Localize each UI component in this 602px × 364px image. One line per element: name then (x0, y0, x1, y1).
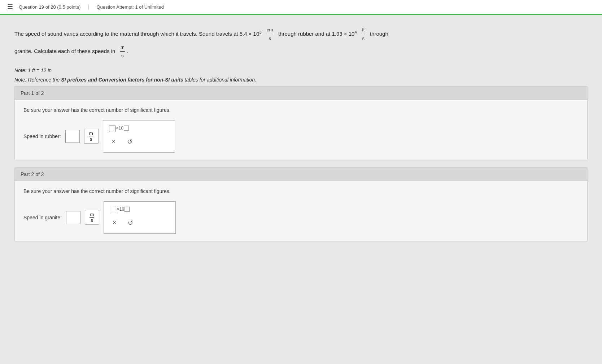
part1-mantissa-checkbox[interactable] (109, 126, 115, 132)
part1-sci-notation[interactable]: ×10 (109, 126, 129, 132)
part2-input-panel: ×10 × ↺ (104, 201, 176, 234)
part1-clear-button[interactable]: × (109, 136, 119, 147)
space1 (263, 31, 265, 37)
exp2: 4 (354, 30, 357, 34)
part1-action-buttons: × ↺ (109, 136, 169, 147)
part1-answer-row: Speed in rubber: m s (23, 120, 579, 153)
part1-unit-s: s (90, 136, 93, 142)
problem-intro: The speed of sound varies according to t… (14, 31, 259, 37)
part2-container: Part 2 of 2 Be sure your answer has the … (14, 167, 588, 241)
part1-input-top-row: ×10 (109, 126, 169, 132)
part2-answer-row: Speed in granite: m s (23, 201, 579, 234)
unit-s: s (121, 52, 124, 60)
attempt-info: Question Attempt: 1 of Unlimited (96, 4, 163, 10)
part2-x10-text: ×10 (117, 207, 124, 212)
space2 (275, 31, 277, 37)
top-bar: ☰ Question 19 of 20 (0.5 points) | Quest… (0, 0, 602, 15)
unit1-numerator: cm (266, 26, 273, 34)
part1-exp-box[interactable] (124, 126, 129, 131)
separator: | (88, 4, 89, 10)
problem-end: through (370, 31, 388, 37)
part2-action-buttons: × ↺ (110, 218, 170, 228)
part1-speed-label: Speed in rubber: (23, 133, 61, 139)
part1-x10-text: ×10 (116, 126, 123, 131)
question-info: Question 19 of 20 (0.5 points) (19, 4, 80, 10)
unit1-denominator: s (269, 34, 272, 43)
problem-mid: through rubber and at 1.93 × 10 (278, 31, 354, 37)
space4 (367, 31, 368, 37)
part1-unit-fraction: m s (84, 129, 99, 144)
problem-line2-pre: granite. Calculate each of these speeds … (14, 48, 115, 54)
part2-unit-fraction: m s (85, 210, 99, 225)
part2-x10-label: ×10 (117, 207, 130, 212)
hamburger-icon[interactable]: ☰ (7, 3, 13, 11)
part1-x10-label: ×10 (116, 126, 129, 131)
part2-unit-s: s (91, 218, 94, 223)
part1-unit-m: m (89, 131, 93, 136)
part2-unit-ms: m s (90, 212, 94, 223)
part1-unit-ms: m s (89, 131, 93, 142)
part1-input-panel: ×10 × ↺ (103, 120, 175, 153)
part2-exp-box[interactable] (125, 207, 130, 212)
part2-sig-fig-note: Be sure your answer has the correct numb… (23, 188, 579, 194)
unit1-fraction: cm s (266, 26, 273, 43)
part2-clear-button[interactable]: × (110, 218, 119, 228)
main-content: The speed of sound varies according to t… (0, 15, 602, 364)
note2: Note: Reference the SI prefixes and Conv… (14, 77, 588, 83)
part1-header: Part 1 of 2 (15, 87, 587, 100)
unit-m: m (120, 43, 125, 52)
part1-blank-input[interactable] (65, 130, 80, 143)
unit-m-s: m s (120, 43, 125, 60)
unit2-numerator: ft (362, 26, 365, 34)
note2-prefix: Note: Reference the (14, 77, 61, 83)
part2-body: Be sure your answer has the correct numb… (15, 181, 587, 241)
part2-unit-m: m (90, 212, 94, 218)
exp1: 3 (259, 30, 261, 34)
unit2-denominator: s (362, 34, 365, 43)
part2-blank-input[interactable] (66, 211, 80, 224)
space3 (358, 31, 360, 37)
part2-mantissa-checkbox[interactable] (110, 207, 116, 213)
part1-body: Be sure your answer has the correct numb… (15, 100, 587, 160)
note2-bold: SI prefixes and Conversion factors for n… (61, 77, 183, 83)
part2-header: Part 2 of 2 (15, 168, 587, 181)
space5 (117, 48, 118, 54)
part1-undo-button[interactable]: ↺ (124, 136, 135, 147)
part2-undo-button[interactable]: ↺ (125, 218, 136, 228)
part2-sci-notation[interactable]: ×10 (110, 207, 130, 213)
period: . (127, 48, 128, 54)
problem-text: The speed of sound varies according to t… (14, 26, 520, 60)
part2-speed-label: Speed in granite: (23, 215, 62, 220)
unit2-fraction: ft s (362, 26, 365, 43)
note2-suffix: tables for additional information. (183, 77, 256, 83)
note1: Note: 1 ft = 12 in (14, 67, 588, 73)
part1-container: Part 1 of 2 Be sure your answer has the … (14, 86, 588, 160)
part1-sig-fig-note: Be sure your answer has the correct numb… (23, 107, 579, 113)
part2-input-top-row: ×10 (110, 207, 170, 213)
